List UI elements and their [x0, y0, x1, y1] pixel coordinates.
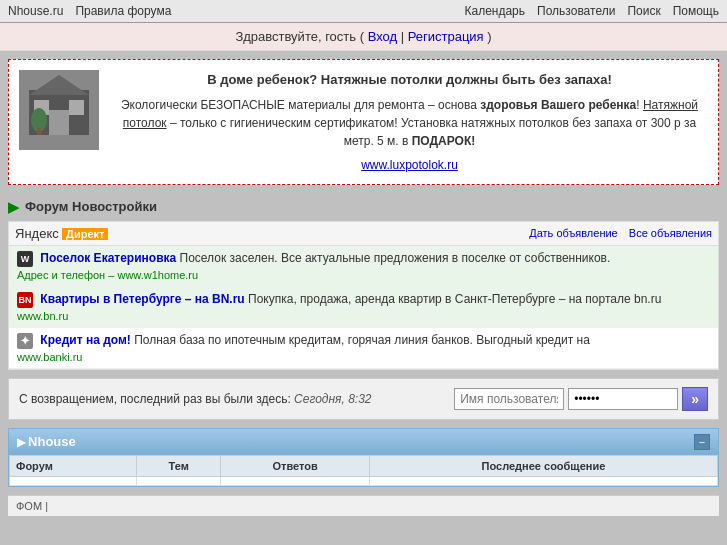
yd-ad-item: ✦ Кредит на дом! Полная база по ипотечны… — [9, 328, 718, 369]
forum-title-text: Форум Новостройки — [25, 199, 157, 214]
login-link[interactable]: Вход — [368, 29, 397, 44]
yd-branding: Яндекс Директ — [15, 226, 108, 241]
nhouse-title-area: ▶ Nhouse — [17, 434, 76, 449]
ad-body: Экологически БЕЗОПАСНЫЕ материалы для ре… — [121, 98, 698, 148]
th-topics: Тем — [136, 455, 221, 476]
ad-image — [19, 70, 99, 150]
topics-cell — [136, 476, 221, 485]
yandex-label: Яндекс — [15, 226, 59, 241]
ad1-body: Поселок заселен. Все актуальные предложе… — [180, 251, 611, 265]
nhouse-arrow-icon: ▶ — [17, 436, 28, 448]
last-visit-text: С возвращением, последний раз вы были зд… — [19, 392, 372, 406]
welcome-text: Здравствуйте, гость ( — [235, 29, 367, 44]
password-input[interactable] — [568, 388, 678, 410]
nhouse-collapse-button[interactable]: − — [694, 434, 710, 450]
table-header-row: Форум Тем Ответов Последнее сообщение — [10, 455, 718, 476]
yandex-direct-header: Яндекс Директ Дать объявление Все объявл… — [9, 222, 718, 246]
ad-w-icon: W — [17, 251, 33, 267]
welcome-sep: | — [397, 29, 408, 44]
yd-ad-item: BN Квартиры в Петербурге – на BN.ru Поку… — [9, 287, 718, 328]
ad-bn-icon: BN — [17, 292, 33, 308]
ad1-link[interactable]: Поселок Екатериновка — [40, 251, 176, 265]
ad3-url: www.banki.ru — [17, 351, 710, 363]
th-replies: Ответов — [221, 455, 369, 476]
login-bar: С возвращением, последний раз вы были зд… — [8, 378, 719, 420]
yd-ad-item: W Поселок Екатериновка Поселок заселен. … — [9, 246, 718, 287]
ad-banner: В доме ребенок? Натяжные потолки должны … — [8, 59, 719, 185]
nhouse-link[interactable]: Nhouse.ru — [8, 4, 63, 18]
ad-url-link[interactable]: www.luxpotolok.ru — [111, 156, 708, 174]
svg-rect-7 — [37, 128, 41, 135]
username-input[interactable] — [454, 388, 564, 410]
yandex-direct-block: Яндекс Директ Дать объявление Все объявл… — [8, 221, 719, 370]
ad2-url: www.bn.ru — [17, 310, 710, 322]
help-link[interactable]: Помощь — [673, 4, 719, 18]
forum-name-cell — [10, 476, 137, 485]
register-link[interactable]: Регистрация — [408, 29, 484, 44]
last-visit-time: Сегодня, 8:32 — [294, 392, 371, 406]
ad2-link[interactable]: Квартиры в Петербурге – на BN.ru — [40, 292, 244, 306]
login-submit-button[interactable]: » — [682, 387, 708, 411]
ad3-body: Полная база по ипотечным кредитам, горяч… — [134, 333, 590, 347]
nhouse-section: ▶ Nhouse − Форум Тем Ответов Последнее с… — [8, 428, 719, 487]
users-link[interactable]: Пользователи — [537, 4, 615, 18]
search-link[interactable]: Поиск — [627, 4, 660, 18]
top-navigation: Nhouse.ru Правила форума Календарь Польз… — [0, 0, 727, 23]
replies-cell — [221, 476, 369, 485]
welcome-suffix: ) — [484, 29, 492, 44]
forum-section-title: ▶ Форум Новостройки — [0, 193, 727, 221]
nav-right: Календарь Пользователи Поиск Помощь — [464, 4, 719, 18]
ad-star-icon: ✦ — [17, 333, 33, 349]
th-last-msg: Последнее сообщение — [369, 455, 717, 476]
login-inputs: » — [454, 387, 708, 411]
nhouse-section-header: ▶ Nhouse − — [9, 429, 718, 455]
svg-rect-5 — [69, 100, 84, 115]
ad2-body: Покупка, продажа, аренда квартир в Санкт… — [248, 292, 661, 306]
all-ads-link[interactable]: Все объявления — [629, 227, 712, 239]
ad-title: В доме ребенок? Натяжные потолки должны … — [111, 70, 708, 90]
yd-action-links: Дать объявление Все объявления — [521, 227, 712, 239]
table-row — [10, 476, 718, 485]
svg-rect-3 — [49, 110, 69, 135]
th-forum: Форум — [10, 455, 137, 476]
ad1-url: Адрес и телефон – www.w1home.ru — [17, 269, 710, 281]
nhouse-title: Nhouse — [28, 434, 76, 449]
nav-left: Nhouse.ru Правила форума — [8, 4, 171, 18]
ad-content: В доме ребенок? Натяжные потолки должны … — [111, 70, 708, 174]
forum-table: Форум Тем Ответов Последнее сообщение — [9, 455, 718, 486]
welcome-bar: Здравствуйте, гость ( Вход | Регистрация… — [0, 23, 727, 51]
bottom-forum-label: ФОМ | — [16, 500, 48, 512]
add-ad-link[interactable]: Дать объявление — [529, 227, 618, 239]
rules-link[interactable]: Правила форума — [75, 4, 171, 18]
last-msg-cell — [369, 476, 717, 485]
ad3-link[interactable]: Кредит на дом! — [40, 333, 130, 347]
direct-label[interactable]: Директ — [62, 228, 108, 240]
calendar-link[interactable]: Календарь — [464, 4, 525, 18]
arrow-icon: ▶ — [8, 199, 19, 215]
